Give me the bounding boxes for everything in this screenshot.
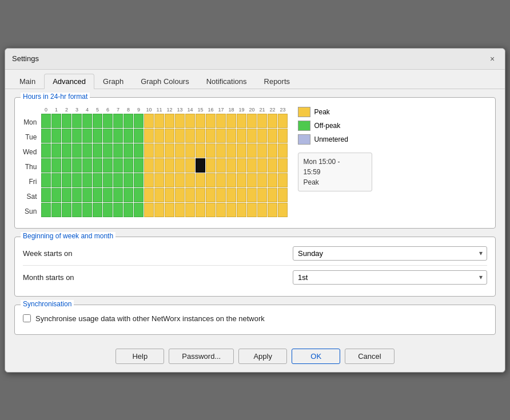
grid-cell[interactable] [257, 129, 267, 143]
grid-cell[interactable] [237, 173, 246, 187]
grid-cell[interactable] [175, 173, 185, 187]
grid-cell[interactable] [113, 143, 123, 158]
grid-cell[interactable] [113, 114, 123, 128]
grid-cell[interactable] [72, 173, 82, 187]
grid-cell[interactable] [216, 114, 226, 128]
grid-cell[interactable] [82, 114, 92, 128]
grid-cell[interactable] [123, 203, 133, 217]
grid-cell[interactable] [103, 188, 113, 202]
grid-cell[interactable] [134, 203, 144, 217]
ok-button[interactable]: OK [292, 349, 340, 364]
grid-cell[interactable] [185, 143, 195, 158]
tab-advanced[interactable]: Advanced [44, 74, 94, 89]
grid-cell[interactable] [216, 129, 226, 143]
grid-cell[interactable] [93, 158, 102, 173]
grid-cell[interactable] [165, 173, 174, 187]
grid-cell[interactable] [41, 114, 51, 128]
grid-cell[interactable] [237, 129, 246, 143]
grid-cell[interactable] [257, 114, 267, 128]
grid-cell[interactable] [237, 114, 246, 128]
grid-cell[interactable] [123, 114, 133, 128]
grid-cell[interactable] [278, 203, 288, 217]
tab-notifications[interactable]: Notifications [198, 74, 256, 89]
grid-cell[interactable] [93, 114, 102, 128]
grid-cell[interactable] [165, 158, 174, 173]
grid-cell[interactable] [51, 129, 61, 143]
grid-cell[interactable] [41, 188, 51, 202]
tab-main[interactable]: Main [11, 74, 44, 89]
grid-cell[interactable] [103, 143, 113, 158]
grid-cell[interactable] [226, 203, 236, 217]
grid-cell[interactable] [268, 114, 277, 128]
week-select[interactable]: Sunday Monday [293, 246, 487, 261]
grid-cell[interactable] [175, 143, 185, 158]
grid-cell[interactable] [175, 188, 185, 202]
grid-cell[interactable] [216, 158, 226, 173]
grid-cell[interactable] [144, 173, 154, 187]
grid-cell[interactable] [247, 188, 257, 202]
grid-cell[interactable] [144, 114, 154, 128]
grid-cell[interactable] [247, 143, 257, 158]
grid-cell[interactable] [144, 188, 154, 202]
grid-cell[interactable] [278, 188, 288, 202]
grid-cell[interactable] [268, 173, 277, 187]
grid-cell[interactable] [278, 143, 288, 158]
grid-cell[interactable] [144, 203, 154, 217]
grid-cell[interactable] [51, 173, 61, 187]
grid-cell[interactable] [257, 158, 267, 173]
grid-cell[interactable] [123, 188, 133, 202]
password-button[interactable]: Password... [169, 349, 234, 364]
grid-cell[interactable] [82, 143, 92, 158]
grid-cell[interactable] [206, 173, 216, 187]
grid-cell[interactable] [123, 143, 133, 158]
grid-cell[interactable] [134, 158, 144, 173]
grid-cell[interactable] [247, 114, 257, 128]
grid-cell[interactable] [165, 129, 174, 143]
grid-cell[interactable] [41, 158, 51, 173]
grid-cell[interactable] [268, 143, 277, 158]
grid-cell[interactable] [134, 173, 144, 187]
grid-cell[interactable] [144, 158, 154, 173]
grid-cell[interactable] [196, 158, 205, 173]
grid-cell[interactable] [134, 114, 144, 128]
grid-cell[interactable] [185, 173, 195, 187]
grid-cell[interactable] [237, 143, 246, 158]
grid-cell[interactable] [41, 143, 51, 158]
grid-cell[interactable] [51, 143, 61, 158]
sync-checkbox[interactable] [23, 314, 31, 322]
grid-cell[interactable] [134, 143, 144, 158]
grid-cell[interactable] [154, 173, 164, 187]
grid-cell[interactable] [268, 203, 277, 217]
close-button[interactable]: × [487, 53, 498, 65]
grid-cell[interactable] [206, 143, 216, 158]
grid-cell[interactable] [51, 203, 61, 217]
grid-cell[interactable] [72, 188, 82, 202]
grid-cell[interactable] [257, 188, 267, 202]
grid-cell[interactable] [72, 129, 82, 143]
grid-cell[interactable] [237, 188, 246, 202]
grid-cell[interactable] [123, 173, 133, 187]
grid-cell[interactable] [257, 203, 267, 217]
grid-cell[interactable] [185, 129, 195, 143]
grid-cell[interactable] [51, 188, 61, 202]
grid-cell[interactable] [247, 203, 257, 217]
grid-cell[interactable] [165, 143, 174, 158]
grid-cell[interactable] [226, 188, 236, 202]
month-select[interactable]: 1st 2nd 3rd 4th 5th [293, 270, 487, 285]
grid-cell[interactable] [82, 158, 92, 173]
grid-cell[interactable] [144, 129, 154, 143]
grid-cell[interactable] [278, 173, 288, 187]
grid-cell[interactable] [154, 188, 164, 202]
grid-cell[interactable] [144, 143, 154, 158]
grid-cell[interactable] [175, 114, 185, 128]
grid-cell[interactable] [72, 158, 82, 173]
cancel-button[interactable]: Cancel [345, 349, 394, 364]
grid-cell[interactable] [93, 143, 102, 158]
grid-cell[interactable] [206, 114, 216, 128]
grid-cell[interactable] [103, 203, 113, 217]
grid-cell[interactable] [226, 143, 236, 158]
grid-cell[interactable] [113, 158, 123, 173]
grid-cell[interactable] [154, 129, 164, 143]
grid-cell[interactable] [196, 188, 205, 202]
grid-cell[interactable] [206, 158, 216, 173]
